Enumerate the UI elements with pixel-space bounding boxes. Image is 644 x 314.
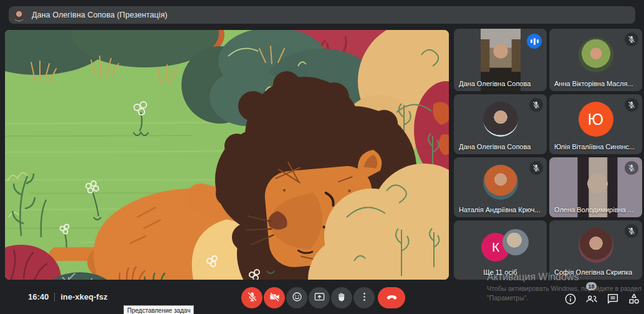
end-call-icon [385,290,399,306]
mic-muted-icon [625,161,638,175]
avatar [502,229,529,255]
mic-muted-icon [625,98,638,112]
people-icon [585,298,598,308]
participant-tile[interactable]: Дана Олегівна Сопова [454,94,547,154]
camera-off-button[interactable] [264,287,285,308]
mic-muted-icon [529,98,543,112]
participant-name: Наталія Андріївна Крюч... [459,206,541,213]
more-vertical-icon [358,291,370,305]
participant-tile[interactable]: Ю Юлія Віталіївна Синянс... [549,94,642,154]
info-button[interactable] [564,292,577,306]
participant-name: Олена Володимирівна ... [554,206,633,213]
avatar [483,165,518,200]
mic-off-icon [246,291,258,305]
letter-avatar: Ю [579,102,613,137]
meeting-info: 16:40 ine-xkeq-fsz [28,292,107,302]
presenter-label: Дана Олегівна Сопова (Презентація) [32,11,168,19]
presentation-stage[interactable] [5,30,449,280]
people-button[interactable] [585,292,598,306]
participant-name: Дана Олегівна Сопова [459,80,531,87]
chat-button[interactable] [606,292,620,306]
participant-name: Дана Олегівна Сопова [459,143,531,150]
divider [54,293,55,302]
participant-tile[interactable]: Софія Олегівна Скрипка [549,220,642,280]
avatar [579,37,613,72]
camera-off-icon [269,291,281,305]
speaking-indicator-icon [527,34,542,49]
presenter-avatar [13,9,25,21]
more-participants-label: Ще 11 осіб [454,268,547,276]
participant-count-badge: 18 [586,282,597,290]
activities-button[interactable] [627,292,641,306]
meeting-panels [564,292,641,306]
lion-illustration [5,30,449,280]
participant-tile[interactable]: Олена Володимирівна ... [549,157,642,217]
avatar [579,228,613,263]
mic-muted-icon [625,224,638,238]
clock: 16:40 [28,292,49,302]
hand-icon [336,291,348,305]
more-options-button[interactable] [353,287,375,308]
task-view-tooltip: Представление задач [123,305,194,314]
microphone-off-button[interactable] [241,287,262,308]
meeting-code: ine-xkeq-fsz [60,292,107,302]
avatar [483,102,518,137]
participant-tile[interactable]: Наталія Андріївна Крюч... [454,157,547,217]
pinned-presentation-bar[interactable]: Дана Олегівна Сопова (Презентація) [9,6,635,24]
raise-hand-button[interactable] [331,287,352,308]
participant-name: Анна Вікторівна Масля... [554,80,633,87]
end-call-button[interactable] [378,287,405,308]
more-participants-tile[interactable]: К Ще 11 осіб [454,220,547,280]
mic-muted-icon [625,32,638,46]
mic-muted-icon [529,161,543,175]
participant-name: Софія Олегівна Скрипка [554,268,632,276]
participant-name: Юлія Віталіївна Синянс... [554,143,635,150]
info-icon [564,298,577,308]
present-screen-button[interactable] [309,287,330,308]
activities-icon [627,298,641,308]
reactions-button[interactable] [286,287,307,308]
watermark-text: Чтобы активировать Windows, перейдите в … [487,285,642,292]
present-screen-icon [314,291,325,305]
call-controls [241,287,405,308]
participant-tile[interactable]: Дана Олегівна Сопова [454,29,547,91]
smile-icon [291,291,303,305]
participant-tile[interactable]: Анна Вікторівна Масля... [549,29,642,91]
chat-icon [606,298,620,308]
